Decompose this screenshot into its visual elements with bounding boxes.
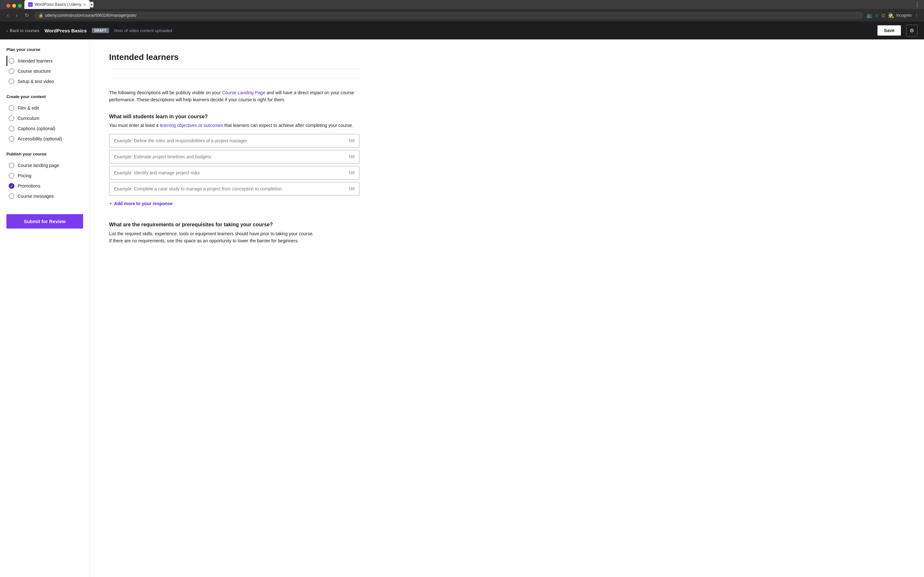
sidebar-item-course-messages[interactable]: Course messages: [6, 191, 83, 201]
close-tab-icon[interactable]: ×: [83, 2, 86, 7]
learning-input-row-3: 160: [109, 166, 359, 179]
save-button[interactable]: Save: [877, 25, 901, 35]
sidebar-item-intended-learners[interactable]: Intended learners: [6, 56, 83, 66]
learning-objectives-link[interactable]: learning objectives or outcomes: [160, 123, 223, 128]
captions-label: Captions (optional): [18, 126, 55, 131]
settings-button[interactable]: ⚙: [906, 25, 918, 37]
learning-input-row-4: 160: [109, 182, 359, 195]
url-bar[interactable]: 🔒 udemy.com/instructor/course/5063180/ma…: [34, 11, 864, 19]
sidebar-item-accessibility[interactable]: Accessibility (optional): [6, 134, 83, 144]
back-to-courses-label: Back to courses: [10, 28, 39, 33]
accessibility-label: Accessibility (optional): [18, 136, 62, 141]
forward-button[interactable]: ›: [14, 11, 19, 19]
captions-circle: [9, 126, 15, 131]
publish-section: Publish your course Course landing page …: [6, 152, 83, 201]
sidebar-item-promotions[interactable]: Promotions: [6, 181, 83, 191]
main-layout: Plan your course Intended learners Cours…: [0, 39, 924, 577]
learning-input-row-2: 160: [109, 150, 359, 163]
learn-section-title: What will students learn in your course?: [109, 114, 359, 119]
sidebar-item-pricing[interactable]: Pricing: [6, 171, 83, 181]
browser-tab[interactable]: U WordPress Basics | Udemy ×: [24, 0, 90, 9]
address-icons: 📺 ☆ ⊡ 🕵 Incognito ⋮: [867, 12, 919, 18]
add-more-label: Add more to your response: [114, 201, 173, 206]
prerequisites-section: What are the requirements or prerequisit…: [109, 222, 359, 245]
sidebar-item-course-landing-page[interactable]: Course landing page: [6, 160, 83, 171]
learning-input-3[interactable]: [109, 166, 359, 179]
back-arrow-icon: ‹: [6, 28, 8, 33]
upload-status: 0min of video content uploaded: [114, 28, 873, 33]
extensions-icon[interactable]: ⊡: [881, 13, 885, 18]
course-landing-label: Course landing page: [18, 163, 59, 168]
tab-favicon: U: [28, 2, 33, 7]
intro-text-1: The following descriptions will be publi…: [109, 90, 222, 95]
learning-input-1[interactable]: [109, 134, 359, 147]
intro-description: The following descriptions will be publi…: [109, 89, 359, 103]
learn-subtitle-1: You must enter at least 4: [109, 123, 160, 128]
address-bar: ‹ › ↻ 🔒 udemy.com/instructor/course/5063…: [0, 9, 924, 21]
promotions-circle: [9, 183, 15, 189]
page-title: Intended learners: [109, 52, 359, 69]
curriculum-label: Curriculum: [18, 116, 39, 121]
new-tab-button[interactable]: +: [90, 2, 94, 8]
sidebar-item-captions[interactable]: Captions (optional): [6, 123, 83, 134]
plan-section: Plan your course Intended learners Cours…: [6, 47, 83, 87]
create-section-title: Create your content: [6, 94, 83, 99]
promotions-label: Promotions: [18, 183, 40, 189]
sidebar: Plan your course Intended learners Cours…: [0, 39, 90, 577]
setup-test-video-circle: [9, 79, 15, 84]
sidebar-item-setup-test-video[interactable]: Setup & test video: [6, 76, 83, 87]
prereq-desc-1: List the required skills, experience, to…: [109, 230, 359, 237]
course-messages-label: Course messages: [18, 193, 54, 199]
course-structure-label: Course structure: [18, 69, 51, 74]
prereq-title: What are the requirements or prerequisit…: [109, 222, 359, 227]
learn-section: What will students learn in your course?…: [109, 114, 359, 209]
sidebar-item-film-edit[interactable]: Film & edit: [6, 103, 83, 113]
intended-learners-label: Intended learners: [18, 58, 53, 63]
accessibility-circle: [9, 136, 15, 142]
course-messages-circle: [9, 193, 15, 199]
course-title: WordPress Basics: [45, 28, 87, 33]
back-button[interactable]: ‹: [5, 11, 11, 19]
tab-bar: U WordPress Basics | Udemy × + ⋮: [0, 0, 924, 9]
window-maximize[interactable]: [18, 4, 22, 8]
learn-subtitle-2: that learners can expect to achieve afte…: [223, 123, 353, 128]
cast-icon: 📺: [867, 13, 872, 18]
app-header: ‹ Back to courses WordPress Basics DRAFT…: [0, 21, 924, 39]
browser-menu-dots[interactable]: ⋮: [914, 13, 919, 18]
window-close[interactable]: [6, 4, 10, 8]
reload-button[interactable]: ↻: [23, 11, 31, 19]
url-text: udemy.com/instructor/course/5063180/mana…: [45, 13, 137, 18]
sidebar-item-curriculum[interactable]: Curriculum: [6, 113, 83, 123]
title-divider: [109, 79, 359, 79]
learn-subtitle: You must enter at least 4 learning objec…: [109, 122, 359, 129]
course-landing-page-link[interactable]: Course Landing Page: [222, 90, 265, 95]
pricing-label: Pricing: [18, 173, 31, 178]
browser-menu-icon[interactable]: ⋮: [914, 1, 920, 8]
submit-for-review-button[interactable]: Submit for Review: [6, 214, 83, 229]
window-minimize[interactable]: [12, 4, 16, 8]
learning-input-2[interactable]: [109, 150, 359, 163]
back-to-courses-link[interactable]: ‹ Back to courses: [6, 28, 39, 33]
draft-badge: DRAFT: [92, 28, 109, 33]
settings-icon: ⚙: [909, 28, 914, 33]
curriculum-circle: [9, 115, 15, 121]
tab-title: WordPress Basics | Udemy: [35, 2, 81, 7]
intended-learners-circle: [9, 58, 15, 64]
learning-input-4[interactable]: [109, 182, 359, 195]
bookmark-icon[interactable]: ☆: [875, 13, 879, 18]
sidebar-item-course-structure[interactable]: Course structure: [6, 66, 83, 76]
setup-test-video-label: Setup & test video: [18, 79, 54, 84]
plus-icon: +: [109, 201, 112, 206]
film-edit-circle: [9, 105, 15, 111]
pricing-circle: [9, 173, 15, 179]
create-section: Create your content Film & edit Curricul…: [6, 94, 83, 144]
film-edit-label: Film & edit: [18, 105, 39, 111]
content-area: Intended learners The following descript…: [90, 39, 379, 577]
publish-section-title: Publish your course: [6, 152, 83, 156]
course-structure-circle: [9, 68, 15, 74]
plan-section-title: Plan your course: [6, 47, 83, 52]
add-more-button[interactable]: + Add more to your response: [109, 198, 173, 209]
prereq-desc-2: If there are no requirements, use this s…: [109, 237, 359, 244]
course-landing-circle: [9, 163, 15, 168]
browser-window: U WordPress Basics | Udemy × + ⋮ ‹ › ↻ 🔒…: [0, 0, 924, 21]
